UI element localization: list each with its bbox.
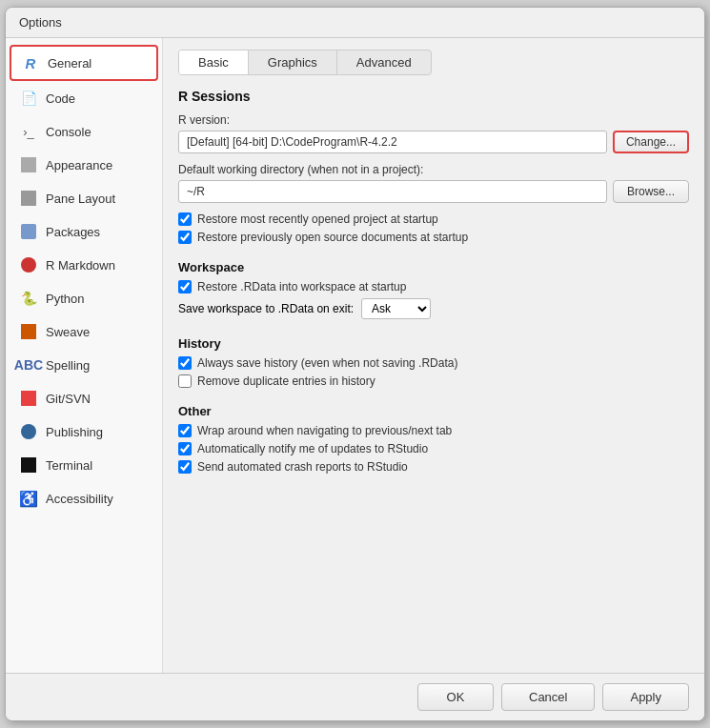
restore-project-checkbox[interactable]	[178, 212, 192, 226]
sidebar-label-code: Code	[46, 91, 75, 106]
remove-duplicates-checkbox[interactable]	[178, 374, 192, 388]
save-history-label: Always save history (even when not savin…	[197, 356, 457, 370]
notify-updates-row: Automatically notify me of updates to RS…	[178, 442, 689, 455]
sidebar-label-spelling: Spelling	[46, 358, 90, 373]
sidebar-item-code[interactable]: 📄Code	[10, 82, 158, 114]
title-bar: Options	[6, 8, 704, 38]
pane-layout-icon	[19, 189, 38, 208]
history-heading: History	[178, 336, 689, 351]
tab-advanced[interactable]: Advanced	[337, 51, 431, 74]
spelling-icon: ABC	[19, 355, 38, 374]
notify-updates-checkbox[interactable]	[178, 442, 192, 455]
restore-rdata-label: Restore .RData into workspace at startup	[197, 280, 406, 293]
sidebar-label-git-svn: Git/SVN	[46, 392, 91, 406]
r-version-input[interactable]	[178, 131, 607, 153]
wrap-tabs-checkbox[interactable]	[178, 424, 192, 437]
main-panel: BasicGraphicsAdvanced R Sessions R versi…	[163, 38, 704, 673]
save-history-row: Always save history (even when not savin…	[178, 356, 689, 370]
sidebar-item-general[interactable]: RGeneral	[10, 45, 158, 81]
save-history-checkbox[interactable]	[178, 356, 192, 370]
restore-project-label: Restore most recently opened project at …	[197, 212, 438, 226]
sidebar-item-publishing[interactable]: Publishing	[10, 415, 158, 448]
browse-button[interactable]: Browse...	[613, 180, 689, 203]
default-dir-label: Default working directory (when not in a…	[178, 163, 689, 176]
python-icon: 🐍	[19, 289, 38, 308]
sidebar-label-console: Console	[46, 125, 91, 139]
sidebar-item-r-markdown[interactable]: R Markdown	[10, 249, 158, 281]
sidebar-item-pane-layout[interactable]: Pane Layout	[10, 182, 158, 214]
save-workspace-select[interactable]: Ask Always Never	[361, 298, 431, 319]
sidebar-label-accessibility: Accessibility	[46, 492, 113, 506]
crash-reports-row: Send automated crash reports to RStudio	[178, 460, 689, 474]
sidebar-label-pane-layout: Pane Layout	[46, 192, 115, 206]
apply-button[interactable]: Apply	[602, 683, 689, 711]
terminal-icon	[19, 455, 38, 475]
content-area: RGeneral📄Code›_ConsoleAppearancePane Lay…	[6, 38, 704, 673]
other-heading: Other	[178, 404, 689, 418]
accessibility-icon: ♿	[19, 489, 38, 508]
restore-source-checkbox[interactable]	[178, 231, 192, 244]
sidebar: RGeneral📄Code›_ConsoleAppearancePane Lay…	[6, 38, 163, 673]
sidebar-item-appearance[interactable]: Appearance	[10, 149, 158, 181]
save-workspace-row: Save workspace to .RData on exit: Ask Al…	[178, 298, 689, 319]
sidebar-label-python: Python	[46, 292, 84, 306]
restore-rdata-checkbox[interactable]	[178, 280, 192, 293]
rmd-icon	[19, 255, 38, 274]
change-button[interactable]: Change...	[613, 131, 689, 153]
sidebar-item-git-svn[interactable]: Git/SVN	[10, 382, 158, 415]
sidebar-item-python[interactable]: 🐍Python	[10, 282, 158, 314]
save-workspace-label: Save workspace to .RData on exit:	[178, 302, 354, 315]
sidebar-label-general: General	[48, 56, 91, 71]
crash-reports-label: Send automated crash reports to RStudio	[197, 460, 408, 474]
sidebar-label-sweave: Sweave	[46, 325, 90, 339]
sidebar-label-r-markdown: R Markdown	[46, 258, 115, 273]
sidebar-label-appearance: Appearance	[46, 158, 112, 172]
git-icon	[19, 389, 38, 408]
default-dir-input[interactable]	[178, 180, 607, 203]
r-version-row: Change...	[178, 131, 689, 153]
remove-duplicates-row: Remove duplicate entries in history	[178, 374, 689, 388]
sidebar-item-packages[interactable]: Packages	[10, 215, 158, 248]
wrap-tabs-row: Wrap around when navigating to previous/…	[178, 424, 689, 437]
tab-graphics[interactable]: Graphics	[249, 51, 337, 74]
tab-basic[interactable]: Basic	[179, 51, 249, 74]
sidebar-item-sweave[interactable]: Sweave	[10, 315, 158, 348]
publishing-icon	[19, 422, 38, 441]
remove-duplicates-label: Remove duplicate entries in history	[197, 374, 375, 388]
footer: OK Cancel Apply	[6, 673, 704, 720]
crash-reports-checkbox[interactable]	[178, 460, 192, 474]
workspace-heading: Workspace	[178, 260, 689, 274]
sweave-icon	[19, 322, 38, 341]
packages-icon	[19, 222, 38, 241]
cancel-button[interactable]: Cancel	[501, 683, 595, 711]
sidebar-item-terminal[interactable]: Terminal	[10, 449, 158, 481]
r-version-label: R version:	[178, 113, 689, 127]
appearance-icon	[19, 155, 38, 174]
restore-project-row: Restore most recently opened project at …	[178, 212, 689, 226]
sidebar-item-accessibility[interactable]: ♿Accessibility	[10, 482, 158, 515]
sidebar-label-terminal: Terminal	[46, 458, 92, 473]
tab-bar: BasicGraphicsAdvanced	[178, 50, 432, 75]
ok-button[interactable]: OK	[417, 683, 494, 711]
wrap-tabs-label: Wrap around when navigating to previous/…	[197, 424, 452, 437]
restore-source-label: Restore previously open source documents…	[197, 231, 468, 244]
restore-source-row: Restore previously open source documents…	[178, 231, 689, 244]
code-icon: 📄	[19, 89, 38, 108]
r-sessions-heading: R Sessions	[178, 89, 689, 104]
default-dir-row: Browse...	[178, 180, 689, 203]
sidebar-label-packages: Packages	[46, 225, 100, 239]
notify-updates-label: Automatically notify me of updates to RS…	[197, 442, 428, 455]
options-dialog: Options RGeneral📄Code›_ConsoleAppearance…	[5, 7, 705, 721]
sidebar-item-spelling[interactable]: ABCSpelling	[10, 349, 158, 381]
restore-rdata-row: Restore .RData into workspace at startup	[178, 280, 689, 293]
dialog-title: Options	[19, 15, 62, 30]
general-icon: R	[21, 53, 40, 72]
sidebar-label-publishing: Publishing	[46, 425, 103, 439]
sidebar-item-console[interactable]: ›_Console	[10, 115, 158, 148]
console-icon: ›_	[19, 122, 38, 141]
